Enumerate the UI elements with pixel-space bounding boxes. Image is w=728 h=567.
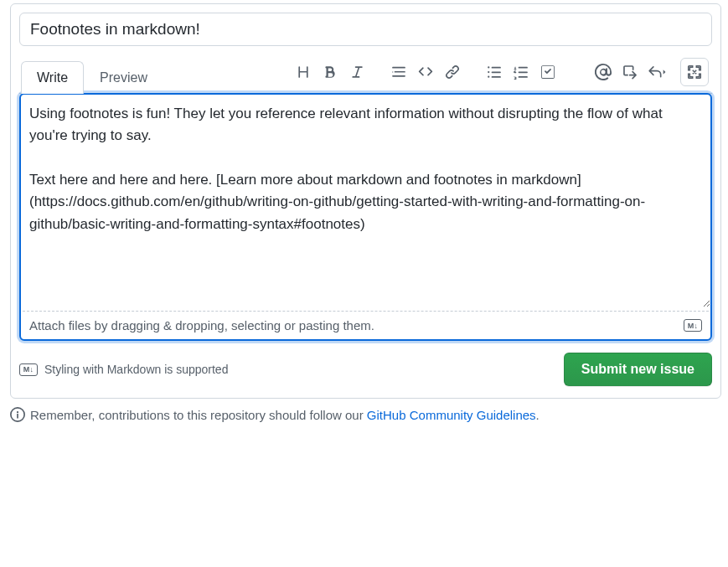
numbered-list-icon[interactable] [508,59,534,85]
styling-hint[interactable]: M↓ Styling with Markdown is supported [19,363,228,376]
issue-form: Write Preview [10,3,721,399]
comment-wrapper: Write Preview [19,54,712,386]
cross-reference-icon[interactable] [617,59,643,85]
quote-icon[interactable] [385,59,412,85]
guidelines-note: Remember, contributions to this reposito… [10,407,721,422]
attach-hint-text: Attach files by dragging & dropping, sel… [29,318,374,332]
task-list-icon[interactable] [534,59,561,85]
info-icon [10,407,25,422]
tab-preview[interactable]: Preview [84,61,163,94]
guidelines-suffix: . [536,408,540,422]
code-icon[interactable] [412,59,439,85]
submit-new-issue-button[interactable]: Submit new issue [564,353,712,386]
link-icon[interactable] [439,59,466,85]
mention-icon[interactable] [590,59,617,85]
comment-textarea[interactable] [21,95,710,307]
community-guidelines-link[interactable]: GitHub Community Guidelines [367,408,536,422]
tabs: Write Preview [21,60,163,93]
fullscreen-icon[interactable] [680,58,709,86]
heading-icon[interactable] [290,59,317,85]
tab-write[interactable]: Write [21,61,84,94]
guidelines-prefix: Remember, contributions to this reposito… [30,408,367,422]
markdown-badge-icon[interactable]: M↓ [684,319,702,332]
attach-files-row[interactable]: Attach files by dragging & dropping, sel… [21,312,710,339]
markdown-badge-icon: M↓ [19,363,38,376]
comment-body: Attach files by dragging & dropping, sel… [19,93,712,341]
footer-row: M↓ Styling with Markdown is supported Su… [19,353,712,386]
md-toolbar [287,54,712,93]
bulleted-list-icon[interactable] [481,59,508,85]
issue-title-input[interactable] [19,13,712,46]
saved-replies-icon[interactable] [643,59,670,85]
italic-icon[interactable] [343,59,370,85]
tab-toolbar: Write Preview [19,54,712,94]
styling-hint-text: Styling with Markdown is supported [44,363,228,376]
bold-icon[interactable] [317,59,343,85]
